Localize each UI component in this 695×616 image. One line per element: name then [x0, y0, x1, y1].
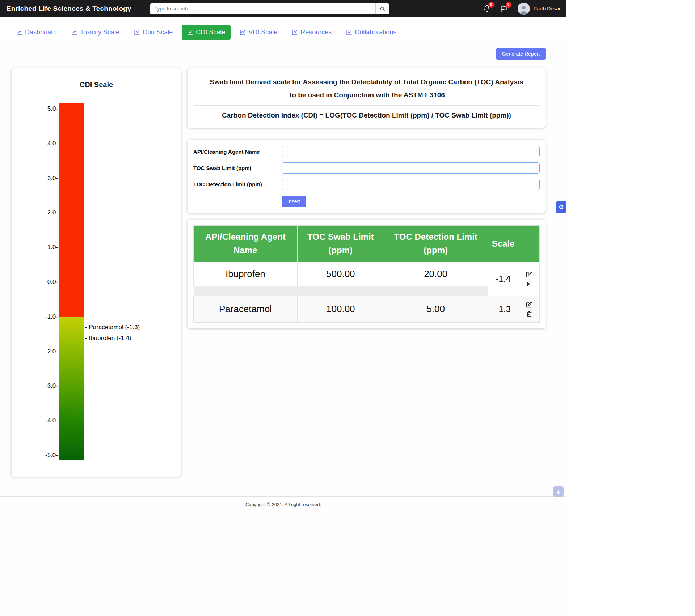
tab-dashboard[interactable]: Dashboard — [11, 25, 62, 40]
chart-icon — [240, 29, 246, 35]
tab-label: Dashboard — [25, 29, 57, 36]
axis-tick--4.0: -4.0- — [17, 417, 58, 424]
messages-button[interactable]: 0 — [500, 5, 508, 13]
brand-title: Enriched Life Sciences & Technology — [7, 5, 131, 13]
tab-cpu-scale[interactable]: Cpu Scale — [129, 25, 178, 40]
scroll-top-button[interactable]: ▲ — [553, 486, 564, 497]
axis-tick-2.0: 2.0- — [17, 209, 58, 216]
right-column: Swab limit Derived scale for Assessing t… — [188, 68, 546, 328]
col-header-agent-name: API/Cleaning Agent Name — [194, 226, 298, 262]
cell-detection-limit: 20.00 — [384, 262, 488, 286]
chart-icon — [346, 29, 352, 35]
detection-limit-input[interactable] — [282, 179, 540, 190]
chart-icon — [16, 29, 22, 35]
chart-annotation-ibuprofen: - Ibuprofen (-1.4) — [85, 335, 131, 342]
trash-icon — [526, 311, 532, 317]
topbar-actions: 0 0 Parth Desai — [483, 3, 560, 15]
cell-detection-limit: 5.00 — [384, 296, 488, 322]
notifications-badge: 0 — [488, 2, 494, 8]
copyright-text: Copyright © 2021. All right reserved. — [245, 502, 321, 507]
cdi-formula: Carbon Detection Index (CDI) = LOG(TOC D… — [194, 106, 539, 123]
swab-limit-label: TOC Swab Limit (ppm) — [193, 165, 282, 171]
table-header-row: API/Cleaning Agent Name TOC Swab Limit (… — [194, 226, 540, 262]
table-row: Paracetamol 100.00 5.00 -1.3 — [194, 296, 540, 322]
cell-actions — [519, 296, 539, 322]
info-title-line1: Swab limit Derived scale for Assessing t… — [194, 76, 539, 89]
avatar — [518, 3, 530, 15]
cell-swab-limit: 500.00 — [297, 262, 384, 286]
axis-tick--5.0: -5.0- — [17, 452, 58, 459]
tab-cdi-scale[interactable]: CDI Scale — [182, 25, 231, 40]
cdi-chart: 5.0-4.0-3.0-2.0-1.0-0.0--1.0--2.0--3.0--… — [17, 103, 175, 468]
insert-button[interactable]: Insert — [282, 196, 306, 207]
tab-collaborations[interactable]: Collaborations — [341, 25, 402, 40]
person-icon — [518, 4, 529, 15]
user-name: Parth Desai — [534, 6, 560, 12]
tab-label: Collaborations — [355, 29, 396, 36]
info-card: Swab limit Derived scale for Assessing t… — [188, 68, 546, 128]
swab-limit-input[interactable] — [282, 162, 540, 174]
search-input[interactable] — [150, 3, 389, 14]
axis-tick-1.0: 1.0- — [17, 244, 58, 251]
axis-tick--2.0: -2.0- — [17, 348, 58, 355]
info-title-line2: To be used in Conjunction with the ASTM … — [194, 89, 539, 102]
tab-toxicity-scale[interactable]: Toxicity Scale — [66, 25, 125, 40]
tab-label: VDI Scale — [248, 29, 277, 36]
user-menu[interactable]: Parth Desai — [518, 3, 560, 15]
footer: Copyright © 2021. All right reserved. — [0, 496, 566, 514]
edit-icon — [526, 302, 532, 308]
settings-fab[interactable]: ⚙ — [556, 201, 566, 213]
cell-agent-name: Ibuprofen — [194, 262, 298, 286]
search-icon — [380, 6, 385, 12]
cell-agent-name: Paracetamol — [194, 296, 298, 322]
cdi-chart-card: CDI Scale 5.0-4.0-3.0-2.0-1.0-0.0--1.0--… — [12, 68, 181, 477]
axis-tick--3.0: -3.0- — [17, 382, 58, 390]
app-root: Enriched Life Sciences & Technology 0 — [0, 0, 566, 616]
form-row-swab-limit: TOC Swab Limit (ppm) — [193, 162, 540, 174]
axis-tick--1.0: -1.0- — [17, 313, 58, 320]
tab-label: Toxicity Scale — [80, 29, 119, 36]
gear-icon: ⚙ — [558, 204, 564, 211]
insert-row: Insert — [282, 195, 540, 207]
cell-scale: -1.4 — [488, 262, 519, 296]
search-button[interactable] — [375, 3, 389, 14]
notifications-button[interactable]: 0 — [483, 5, 491, 13]
table-row: Ibuprofen 500.00 20.00 -1.4 — [194, 262, 540, 286]
cell-actions — [519, 262, 539, 296]
entry-form-card: API/Cleaning Agent Name TOC Swab Limit (… — [188, 140, 546, 213]
chart-annotation-paracetamol: - Paracetamol (-1.3) — [85, 324, 140, 331]
edit-row-button[interactable] — [526, 302, 532, 308]
chart-title: CDI Scale — [17, 81, 175, 89]
edit-row-button[interactable] — [526, 271, 532, 277]
chart-icon — [134, 29, 140, 35]
chart-icon — [187, 29, 193, 35]
messages-badge: 0 — [506, 2, 511, 8]
chart-icon — [71, 29, 77, 35]
delete-row-button[interactable] — [526, 281, 532, 286]
arrow-up-icon: ▲ — [557, 489, 560, 494]
tab-vdi-scale[interactable]: VDI Scale — [234, 25, 283, 40]
axis-tick-0.0: 0.0- — [17, 279, 58, 286]
main-content: CDI Scale 5.0-4.0-3.0-2.0-1.0-0.0--1.0--… — [0, 68, 566, 477]
axis-tick-3.0: 3.0- — [17, 175, 58, 182]
report-row: Generate Report — [0, 40, 566, 68]
tab-label: Cpu Scale — [143, 29, 173, 36]
detection-limit-label: TOC Detection Limit (ppm) — [193, 181, 282, 187]
chart-icon — [292, 29, 298, 35]
col-header-swab-limit: TOC Swab Limit (ppm) — [297, 226, 384, 262]
generate-report-button[interactable]: Generate Report — [496, 48, 546, 60]
tab-label: Resources — [300, 29, 332, 36]
agent-name-label: API/Cleaning Agent Name — [193, 149, 282, 155]
search-form — [150, 3, 389, 14]
col-header-scale: Scale — [488, 226, 519, 262]
axis-tick-4.0: 4.0- — [17, 140, 58, 147]
delete-row-button[interactable] — [526, 311, 532, 317]
axis-tick-5.0: 5.0- — [17, 105, 58, 112]
agent-name-input[interactable] — [282, 146, 540, 157]
trash-icon — [526, 281, 532, 286]
tab-resources[interactable]: Resources — [286, 25, 337, 40]
results-table-card: API/Cleaning Agent Name TOC Swab Limit (… — [188, 220, 546, 328]
cdi-gauge-bar — [59, 103, 84, 460]
cell-scale: -1.3 — [488, 296, 519, 322]
edit-icon — [526, 271, 532, 277]
